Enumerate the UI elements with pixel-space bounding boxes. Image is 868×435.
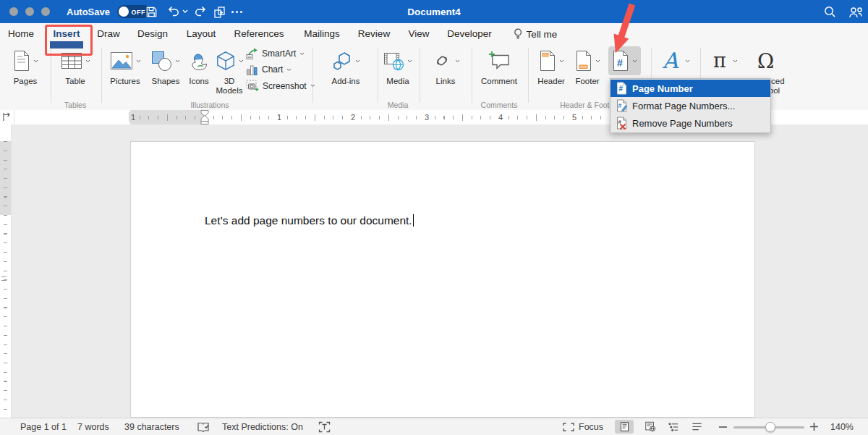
- text-select-icon[interactable]: [318, 421, 331, 433]
- chevron-down-icon: [33, 59, 38, 63]
- status-bar: Page 1 of 1 7 words 39 characters Text P…: [0, 418, 868, 435]
- screenshot-button[interactable]: Screenshot: [246, 80, 315, 92]
- smartart-label: SmartArt: [262, 48, 296, 59]
- chart-button[interactable]: Chart: [246, 64, 292, 75]
- ruler-number: 1: [129, 112, 137, 122]
- svg-text:A: A: [662, 48, 679, 73]
- pictures-label: Pictures: [110, 77, 140, 86]
- screenshot-label: Screenshot: [263, 81, 307, 91]
- svg-text:π: π: [713, 49, 726, 72]
- media-label: Media: [386, 77, 409, 86]
- print-layout-view-button[interactable]: [615, 420, 634, 434]
- page-count[interactable]: Page 1 of 1: [20, 422, 67, 432]
- text-box-icon: A: [660, 48, 682, 73]
- margin-handle[interactable]: [1, 276, 7, 281]
- ruler-number: 2: [349, 112, 357, 122]
- tab-insert[interactable]: Insert: [54, 28, 80, 39]
- links-label: Links: [436, 77, 456, 86]
- chevron-down-icon: [685, 59, 690, 63]
- chart-label: Chart: [262, 64, 283, 75]
- tab-home[interactable]: Home: [8, 28, 34, 39]
- chevron-down-icon: [559, 59, 564, 63]
- proofing-icon[interactable]: [197, 421, 210, 433]
- comment-label: Comment: [481, 77, 517, 86]
- word-window: AutoSave OFF Docu: [0, 0, 868, 435]
- word-count[interactable]: 7 words: [77, 422, 109, 432]
- chevron-down-icon: [175, 59, 180, 63]
- tab-layout[interactable]: Layout: [187, 28, 216, 39]
- outline-view-button[interactable]: [664, 420, 683, 434]
- page-number-menu-icon: #: [616, 82, 627, 95]
- svg-text:#: #: [619, 85, 624, 93]
- group-label-tables: Tables: [64, 101, 86, 109]
- header-label: Header: [537, 77, 565, 86]
- media-button[interactable]: Media: [379, 46, 417, 86]
- group-label-comments: Comments: [481, 101, 518, 109]
- page-number-button[interactable]: #: [606, 46, 642, 75]
- smartart-button[interactable]: SmartArt: [246, 48, 305, 59]
- search-icon[interactable]: [823, 5, 837, 19]
- header-button[interactable]: Header: [534, 46, 569, 86]
- screenshot-camera-icon: [246, 80, 259, 92]
- links-button[interactable]: Links: [425, 46, 466, 86]
- document-title: Document4: [0, 7, 868, 17]
- tab-draw[interactable]: Draw: [97, 28, 120, 39]
- pages-label: Pages: [14, 77, 38, 86]
- document-area: Let’s add page numbers to our document.: [0, 124, 868, 418]
- document-page[interactable]: Let’s add page numbers to our document.: [130, 141, 755, 418]
- group-label-header-footer: Header & Footer: [560, 101, 616, 109]
- tab-references[interactable]: References: [234, 28, 284, 39]
- group-label-illustrations: Illustrations: [190, 101, 229, 109]
- document-text-line: Let’s add page numbers to our document.: [205, 214, 414, 227]
- add-ins-button[interactable]: Add-ins: [318, 46, 373, 86]
- text-cursor: [413, 214, 414, 227]
- table-button[interactable]: Table: [54, 46, 97, 86]
- menu-item-format-page-numbers[interactable]: # Format Page Numbers...: [610, 97, 770, 114]
- chevron-down-icon: [299, 52, 305, 56]
- focus-mode-button[interactable]: Focus: [579, 422, 603, 432]
- group-separator: [378, 48, 378, 103]
- equation-pi-icon: π: [711, 49, 730, 72]
- text-predictions-status[interactable]: Text Predictions: On: [222, 422, 303, 432]
- zoom-out-button[interactable]: [719, 426, 727, 428]
- menu-item-page-number[interactable]: # Page Number: [610, 80, 770, 97]
- add-ins-label: Add-ins: [332, 77, 360, 86]
- document-text: Let’s add page numbers to our document.: [205, 214, 412, 227]
- format-page-numbers-icon: #: [616, 99, 627, 112]
- text-box-button[interactable]: A: [657, 46, 693, 75]
- zoom-level[interactable]: 140%: [830, 422, 854, 432]
- pages-button[interactable]: Pages: [4, 46, 46, 86]
- group-separator: [101, 48, 102, 103]
- pages-icon: [13, 50, 30, 72]
- 3d-models-button[interactable]: 3D Models: [213, 46, 246, 96]
- tab-stop-selector[interactable]: [0, 110, 14, 124]
- zoom-slider-knob[interactable]: [765, 422, 775, 432]
- group-separator: [528, 48, 529, 103]
- shapes-button[interactable]: Shapes: [148, 46, 184, 86]
- ribbon-tab-bar: Home Insert Draw Design Layout Reference…: [0, 23, 868, 43]
- tab-design[interactable]: Design: [137, 28, 168, 39]
- menu-item-label: Remove Page Numbers: [632, 118, 733, 129]
- icons-button[interactable]: Icons: [184, 46, 214, 86]
- tab-developer[interactable]: Developer: [447, 28, 492, 39]
- comment-button[interactable]: Comment: [476, 46, 522, 86]
- zoom-slider[interactable]: [733, 426, 804, 428]
- equation-button[interactable]: π: [707, 46, 741, 75]
- zoom-in-button[interactable]: [810, 423, 818, 431]
- menu-item-remove-page-numbers[interactable]: # Remove Page Numbers: [610, 114, 770, 132]
- tab-mailings[interactable]: Mailings: [304, 28, 340, 39]
- draft-view-button[interactable]: [687, 420, 706, 434]
- group-separator: [420, 48, 420, 103]
- tab-tell-me[interactable]: Tell me: [514, 28, 558, 40]
- tab-review[interactable]: Review: [358, 28, 390, 39]
- svg-text:#: #: [618, 102, 622, 109]
- footer-button[interactable]: Footer: [570, 46, 605, 86]
- tab-view[interactable]: View: [408, 28, 429, 39]
- indent-markers[interactable]: [200, 110, 210, 124]
- chevron-down-icon: [407, 59, 412, 63]
- share-contact-icon[interactable]: [848, 5, 864, 20]
- pictures-button[interactable]: Pictures: [104, 46, 146, 86]
- web-layout-view-button[interactable]: [641, 420, 660, 434]
- character-count[interactable]: 39 characters: [124, 422, 179, 432]
- table-icon: [61, 51, 82, 70]
